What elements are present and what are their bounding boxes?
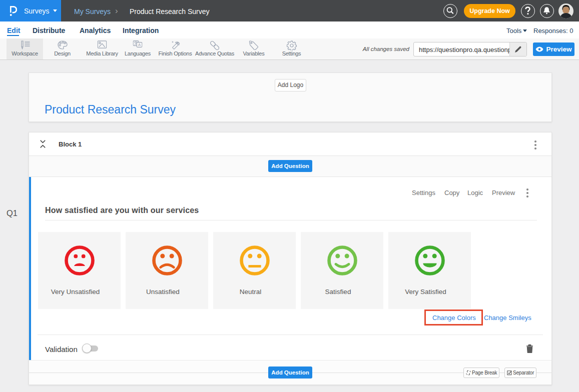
svg-text:A: A — [138, 42, 141, 47]
